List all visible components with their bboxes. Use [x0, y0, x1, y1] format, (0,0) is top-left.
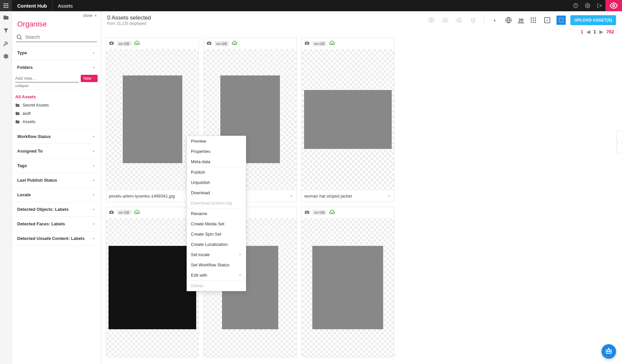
filter-icon[interactable] [3, 27, 9, 34]
ctx-create-spin-set[interactable]: Create Spin Set [187, 229, 246, 239]
filter-type[interactable]: Type [12, 46, 101, 60]
upload-button[interactable]: UPLOAD ASSET(S) [570, 15, 616, 25]
ctx-edit-with[interactable]: Edit with [187, 270, 246, 280]
add-folder-input[interactable] [15, 74, 79, 82]
ctx-set-locale[interactable]: Set locale [187, 250, 246, 260]
svg-point-35 [208, 43, 210, 44]
filter-objects[interactable]: Detected Objects: Labels [12, 202, 101, 216]
svg-point-39 [306, 211, 308, 213]
gear-icon[interactable] [582, 0, 594, 11]
locale-badge: en-GB [312, 41, 327, 46]
cloud-icon [134, 40, 140, 47]
delete-icon[interactable] [468, 16, 478, 25]
folder-all-assets[interactable]: All Assets [15, 93, 98, 101]
collapse-link[interactable]: collapse [15, 82, 98, 90]
svg-rect-28 [533, 20, 534, 21]
iconbar [0, 11, 12, 364]
filter-folders[interactable]: Folders [12, 60, 101, 74]
filter-tags[interactable]: Tags [12, 159, 101, 173]
ctx-download-publish-log: Download publish log [187, 198, 246, 208]
filter-last-publish[interactable]: Last Publish Status [12, 173, 101, 187]
svg-line-17 [21, 38, 22, 40]
logout-icon[interactable] [594, 0, 605, 11]
filter-assigned[interactable]: Assigned To [12, 144, 101, 158]
svg-point-11 [587, 5, 588, 6]
svg-point-34 [111, 43, 112, 44]
locale-badge: en-GB [117, 210, 131, 215]
brand-label: Content Hub [12, 3, 52, 9]
locale-badge: en-GB [214, 41, 229, 46]
help-icon[interactable] [570, 0, 582, 11]
asset-card[interactable]: en-GB [301, 207, 394, 358]
apps-grid-icon[interactable] [0, 0, 12, 11]
preview-icon[interactable] [427, 16, 436, 25]
cloud-remove-icon[interactable] [455, 16, 464, 25]
chevron-down-icon[interactable] [387, 194, 391, 198]
ctx-publish[interactable]: Publish [187, 167, 246, 177]
cloud-icon [329, 209, 335, 216]
locale-badge: en-GB [117, 41, 131, 46]
topbar: Content Hub Assets [0, 0, 622, 11]
chevron-down-icon [92, 222, 96, 226]
tools-icon[interactable] [3, 40, 9, 47]
cloud-upload-icon[interactable] [441, 16, 450, 25]
page-total[interactable]: 762 [606, 29, 614, 34]
grid-view-icon[interactable] [529, 16, 538, 25]
search-icon [16, 34, 22, 40]
cloud-icon [134, 209, 140, 216]
chevron-down-icon [92, 237, 96, 241]
globe-icon[interactable] [504, 16, 513, 25]
new-folder-button[interactable]: New [81, 75, 98, 82]
chevron-up-icon [92, 66, 96, 69]
asset-card[interactable]: en-GB [106, 207, 199, 358]
right-drawer-handle[interactable]: ⋮⋮ [617, 130, 622, 154]
sort-icon[interactable] [490, 16, 499, 25]
chevron-right-icon [239, 252, 242, 257]
svg-rect-24 [531, 18, 532, 19]
next-page-icon[interactable]: ▶ [600, 29, 603, 34]
ctx-create-localization[interactable]: Create Localization [187, 239, 246, 250]
selection-mode-icon[interactable] [556, 16, 566, 25]
chevron-down-icon [92, 135, 96, 139]
section-title: Assets [53, 3, 78, 9]
folder-icon[interactable] [3, 15, 9, 22]
svg-rect-1 [6, 3, 7, 4]
filter-faces[interactable]: Detected Faces: Labels [12, 217, 101, 231]
folder-asdf[interactable]: asdf [15, 109, 98, 117]
svg-point-36 [306, 43, 308, 44]
svg-rect-32 [535, 22, 536, 23]
close-panel-button[interactable]: close [12, 11, 101, 18]
filter-unsafe[interactable]: Detected Unsafe Content: Labels [12, 231, 101, 246]
asset-name: woman hat striped jacket [304, 194, 352, 199]
folder-secret-assets[interactable]: Secret Assets [15, 101, 98, 109]
displayed-count: from 15,233 displayed [107, 21, 151, 26]
ctx-rename[interactable]: Rename [187, 208, 246, 219]
page-size[interactable]: 20 [518, 18, 524, 23]
select-all-icon[interactable] [543, 16, 552, 25]
svg-rect-25 [533, 18, 534, 19]
ctx-properties[interactable]: Properties [187, 146, 246, 157]
chevron-down-icon [92, 164, 96, 168]
search-input[interactable] [22, 33, 97, 41]
filter-workflow[interactable]: Workflow Status [12, 129, 101, 144]
ctx-download[interactable]: Download [187, 188, 246, 198]
ctx-meta-data[interactable]: Meta-data [187, 157, 246, 167]
svg-rect-2 [7, 3, 8, 4]
prev-page-icon[interactable]: ◀ [587, 29, 590, 34]
ctx-preview[interactable]: Preview [187, 136, 246, 146]
asset-card[interactable]: en-GB woman hat striped jacket [301, 38, 394, 202]
page-first[interactable]: 1 [581, 29, 583, 34]
folder-assets[interactable]: Assets [15, 117, 98, 126]
box-icon[interactable] [3, 53, 9, 60]
svg-rect-40 [606, 350, 611, 353]
svg-point-44 [608, 348, 609, 349]
chevron-down-icon [92, 193, 96, 197]
chevron-down-icon[interactable] [289, 194, 294, 198]
ctx-unpublish[interactable]: Unpublish [187, 177, 246, 188]
ctx-set-workflow-status[interactable]: Set Workflow Status [187, 260, 246, 270]
filter-locale[interactable]: Locale [12, 188, 101, 202]
asset-card[interactable]: en-GB pexels-artem-lysenko-1499341.jpg [106, 38, 199, 202]
preview-eye-button[interactable] [605, 0, 622, 11]
ctx-create-media-set[interactable]: Create Media Set [187, 219, 246, 229]
chatbot-fab[interactable] [601, 344, 616, 359]
